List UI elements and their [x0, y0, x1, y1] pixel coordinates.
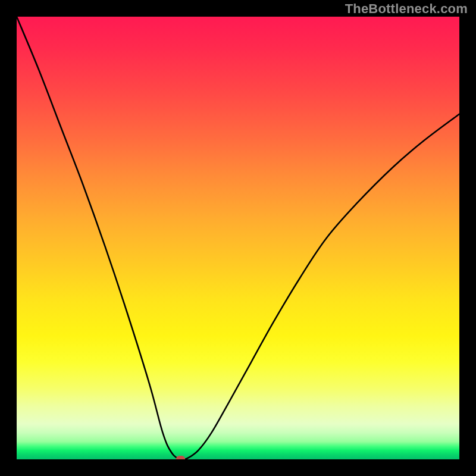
bottleneck-curve	[17, 17, 459, 459]
plot-area	[17, 17, 459, 459]
chart-frame: TheBottleneck.com	[0, 0, 476, 476]
optimal-point-marker	[176, 456, 185, 459]
watermark-text: TheBottleneck.com	[345, 1, 468, 17]
